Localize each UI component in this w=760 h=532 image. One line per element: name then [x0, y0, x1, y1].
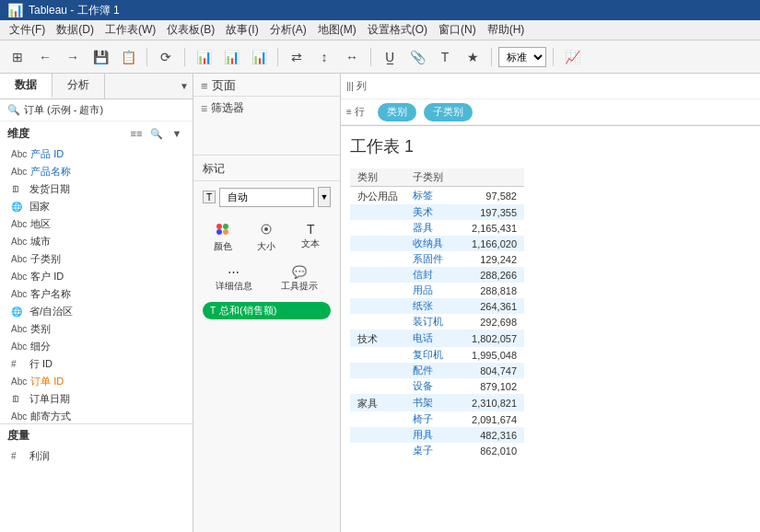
marks-color-btn[interactable]: 颜色 — [203, 218, 243, 258]
marks-detail-label: 详细信息 — [216, 280, 252, 293]
field-label: 产品名称 — [30, 165, 71, 179]
dimensions-controls: ≡≡ 🔍 ▼ — [128, 125, 185, 142]
category-cell — [350, 378, 405, 394]
subcategory-cell: 电话 — [405, 330, 450, 347]
marks-type-button[interactable]: 自动 — [219, 188, 314, 207]
dimensions-grid-btn[interactable]: ≡≡ — [128, 125, 145, 142]
menu-item-m[interactable]: 地图(M) — [312, 20, 362, 40]
standard-select[interactable]: 标准 — [498, 47, 546, 67]
svg-point-2 — [216, 229, 222, 235]
table-row: 美术197,355 — [350, 204, 524, 220]
col-header-category: 类别 — [350, 168, 405, 187]
marks-type-icon[interactable]: T — [203, 191, 216, 203]
subcategory-cell: 配件 — [405, 363, 450, 378]
marks-detail-btn[interactable]: ⋯ 详细信息 — [203, 265, 265, 293]
datasource-label[interactable]: 订单 (示例 - 超市) — [24, 103, 103, 117]
field-category[interactable]: Abc 类别 — [0, 320, 193, 338]
marks-text-btn[interactable]: T 文本 — [290, 218, 331, 258]
menu-item-n[interactable]: 窗口(N) — [433, 20, 482, 40]
menu-item-f[interactable]: 文件(F) — [4, 20, 51, 40]
title-icon: 📊 — [7, 3, 23, 17]
field-label: 类别 — [30, 322, 51, 336]
field-order-id[interactable]: Abc 订单 ID — [0, 373, 193, 390]
menu-item-d[interactable]: 数据(D) — [51, 20, 99, 40]
analysis-tab[interactable]: 分析 — [53, 74, 105, 98]
marks-size-label: 大小 — [257, 240, 275, 253]
field-order-date[interactable]: 🗓 订单日期 — [0, 390, 193, 408]
category-cell — [350, 251, 405, 267]
dimensions-search-btn[interactable]: 🔍 — [148, 125, 165, 142]
data-tab[interactable]: 数据 — [0, 74, 53, 98]
subcategory-cell: 书架 — [405, 394, 450, 411]
type-abc-icon: Abc — [11, 341, 27, 352]
toolbar-refresh-btn[interactable]: ⟳ — [154, 45, 178, 69]
field-region[interactable]: Abc 地区 — [0, 215, 193, 233]
shelves: ||| 列 ≡ 行 类别 子类别 — [341, 74, 760, 126]
menu-item-b[interactable]: 仪表板(B) — [161, 20, 220, 40]
marks-size-btn[interactable]: 大小 — [247, 218, 287, 258]
field-city[interactable]: Abc 城市 — [0, 233, 193, 250]
marks-type-dropdown[interactable]: ▼ — [318, 187, 331, 207]
toolbar-T-btn[interactable]: T — [433, 45, 457, 69]
dimensions-add-btn[interactable]: ▼ — [169, 125, 185, 142]
field-customer-id[interactable]: Abc 客户 ID — [0, 268, 193, 285]
dimensions-label: 维度 — [7, 126, 29, 142]
toolbar-fit-btn[interactable]: ↔ — [340, 45, 364, 69]
toolbar-pin-btn[interactable]: 📎 — [405, 45, 429, 69]
category-cell: 家具 — [350, 394, 405, 411]
measures-header: 度量 — [0, 423, 193, 447]
type-date-icon: 🗓 — [11, 394, 26, 404]
field-province[interactable]: 🌐 省/自治区 — [0, 303, 193, 320]
toolbar-save-btn[interactable]: 💾 — [88, 45, 112, 69]
field-ship-date[interactable]: 🗓 发货日期 — [0, 180, 193, 198]
category-cell — [350, 363, 405, 378]
field-product-id[interactable]: Abc 产品 ID — [0, 145, 193, 163]
toolbar-forward-btn[interactable]: → — [61, 45, 85, 69]
field-segment[interactable]: Abc 细分 — [0, 338, 193, 355]
field-label: 利润 — [29, 449, 50, 463]
toolbar-chart2-btn[interactable]: 📊 — [219, 45, 243, 69]
columns-shelf: ||| 列 — [341, 74, 760, 99]
category-cell — [350, 427, 405, 443]
marks-tooltip-btn[interactable]: 💬 工具提示 — [269, 265, 332, 293]
field-ship-mode[interactable]: Abc 邮寄方式 — [0, 408, 193, 422]
table-row: 桌子862,010 — [350, 443, 524, 458]
datasource-icon: 🔍 — [7, 104, 20, 116]
category-cell — [350, 314, 405, 330]
worksheet-title: 工作表 1 — [350, 135, 751, 157]
toolbar-underline-btn[interactable]: U̲ — [378, 45, 402, 69]
rows-category-pill[interactable]: 类别 — [378, 103, 416, 121]
toolbar-back-btn[interactable]: ← — [33, 45, 57, 69]
value-cell: 264,361 — [450, 298, 524, 314]
field-label: 子类别 — [30, 252, 61, 266]
toolbar-star-btn[interactable]: ★ — [461, 45, 485, 69]
type-globe-icon: 🌐 — [11, 202, 26, 212]
rows-label: 行 — [355, 105, 365, 119]
rows-subcategory-pill[interactable]: 子类别 — [424, 103, 473, 121]
category-cell — [350, 298, 405, 314]
menu-item-a[interactable]: 分析(A) — [264, 20, 312, 40]
menu-item-o[interactable]: 设置格式(O) — [362, 20, 433, 40]
field-row-id[interactable]: # 行 ID — [0, 355, 193, 373]
category-cell: 技术 — [350, 330, 405, 347]
menu-item-h[interactable]: 帮助(H) — [482, 20, 531, 40]
toolbar-sort-btn[interactable]: ↕ — [312, 45, 336, 69]
toolbar-show-me-btn[interactable]: 📈 — [560, 45, 584, 69]
sum-sales-pill[interactable]: T 总和(销售额) — [203, 302, 331, 319]
field-customer-name[interactable]: Abc 客户名称 — [0, 285, 193, 303]
toolbar-grid-btn[interactable]: ⊞ — [6, 45, 29, 69]
menu-item-i[interactable]: 故事(I) — [220, 20, 263, 40]
field-country[interactable]: 🌐 国家 — [0, 198, 193, 215]
toolbar-new-datasource-btn[interactable]: 📋 — [116, 45, 140, 69]
field-product-name[interactable]: Abc 产品名称 — [0, 163, 193, 180]
toolbar-swap-btn[interactable]: ⇄ — [285, 45, 309, 69]
table-row: 装订机292,698 — [350, 314, 524, 330]
toolbar-chart1-btn[interactable]: 📊 — [192, 45, 216, 69]
menu-item-w[interactable]: 工作表(W) — [99, 20, 161, 40]
field-profit[interactable]: # 利润 — [0, 447, 193, 465]
panel-collapse-btn[interactable]: ▼ — [180, 81, 189, 91]
subcategory-cell: 设备 — [405, 378, 450, 394]
field-subcategory[interactable]: Abc 子类别 — [0, 250, 193, 268]
toolbar-chart3-btn[interactable]: 📊 — [247, 45, 271, 69]
table-row: 用品288,818 — [350, 283, 524, 298]
